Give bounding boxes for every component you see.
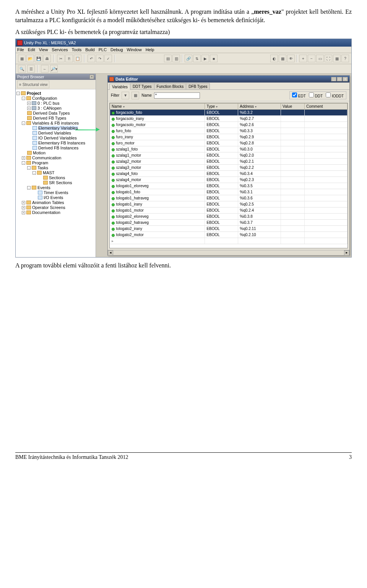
- variable-row[interactable]: tologato1_fotoEBOOL%i0.3.1: [110, 189, 348, 195]
- filter-expand-icon[interactable]: ▦: [132, 92, 139, 99]
- variable-row[interactable]: furo_motorEBOOL%q0.2.8: [110, 140, 348, 146]
- variable-row[interactable]: forgacsolo_fotoEBOOL%i0.3.2: [110, 110, 348, 116]
- data-editor-tabs[interactable]: VariablesDDT TypesFunction BlocksDFB Typ…: [108, 83, 349, 90]
- menu-tools[interactable]: Tools: [72, 47, 82, 52]
- tree-item-elementary-fb-instances[interactable]: Elementary FB Instances: [16, 141, 95, 146]
- tree-item-io-derived-variables[interactable]: IO Derived Variables: [16, 136, 95, 141]
- variables-grid[interactable]: Name▾Type▾Address▾ValueComment forgacsol…: [109, 103, 348, 248]
- variable-row[interactable]: tologato2_motorEBOOL%q0.2.10: [110, 232, 348, 238]
- check-ddt[interactable]: DDT: [309, 92, 323, 98]
- tb-nav-back[interactable]: ←: [41, 65, 49, 73]
- variable-row[interactable]: forgacsolo_motorEBOOL%q0.2.6: [110, 122, 348, 128]
- variable-row[interactable]: szalag2_motorEBOOL%q0.2.1: [110, 159, 348, 165]
- tab-ddt-types[interactable]: DDT Types: [130, 83, 154, 89]
- variable-row[interactable]: tologato1_elorevegEBOOL%i0.3.5: [110, 183, 348, 189]
- tree-item-motion[interactable]: Motion: [16, 151, 95, 156]
- tree-item-3-canopen[interactable]: +3 : CANopen: [16, 106, 95, 111]
- project-tree[interactable]: -Project-Configuration+0 : PLC bus+3 : C…: [16, 89, 96, 257]
- tree-item-sr-sections[interactable]: SR Sections: [16, 180, 95, 185]
- variable-row[interactable]: tologato1_hatravegEBOOL%i0.3.6: [110, 195, 348, 201]
- check-ioddt[interactable]: IODDT: [326, 92, 344, 98]
- tree-item-sections[interactable]: Sections: [16, 175, 95, 180]
- tb-zoom-out[interactable]: −: [308, 55, 315, 62]
- tree-item-tasks[interactable]: -Tasks: [16, 165, 95, 170]
- variable-row[interactable]: szalag4_fotoEBOOL%i0.3.4: [110, 171, 348, 177]
- col-address[interactable]: Address▾: [238, 104, 281, 110]
- menu-view[interactable]: View: [39, 47, 48, 52]
- variable-row[interactable]: szalag1_fotoEBOOL%i0.3.0: [110, 146, 348, 152]
- project-browser-toolbar[interactable]: ≡Structural view: [16, 80, 96, 89]
- tb-anim[interactable]: ◐: [270, 55, 278, 62]
- col-type[interactable]: Type▾: [205, 104, 238, 110]
- tb-redo[interactable]: ↷: [96, 55, 104, 62]
- scroll-left-button[interactable]: ◄: [108, 250, 113, 256]
- tree-item-mast[interactable]: -MAST: [16, 170, 95, 175]
- tab-dfb-types[interactable]: DFB Types: [186, 83, 210, 89]
- variable-row-empty[interactable]: ▸: [110, 238, 348, 244]
- tree-item-events[interactable]: -Events: [16, 185, 95, 190]
- tb-save[interactable]: 💾: [35, 55, 42, 62]
- grid-horizontal-scrollbar[interactable]: ◄ ►: [108, 250, 349, 255]
- tree-item-animation-tables[interactable]: +Animation Tables: [16, 200, 95, 205]
- tree-item-derived-fb-types[interactable]: Derived FB Types: [16, 116, 95, 121]
- tb-full[interactable]: ⛶: [325, 55, 332, 62]
- tree-item-i-o-events[interactable]: I/O Events: [16, 195, 95, 200]
- data-editor-titlebar[interactable]: Data Editor _ □ ×: [108, 76, 349, 83]
- de-close[interactable]: ×: [343, 77, 348, 81]
- project-browser-close[interactable]: ×: [89, 75, 94, 79]
- tree-item-0-plc-bus[interactable]: +0 : PLC bus: [16, 101, 95, 106]
- tree-item-program[interactable]: -Program: [16, 160, 95, 165]
- menu-file[interactable]: File: [17, 47, 24, 52]
- variable-row[interactable]: furo_iranyEBOOL%q0.2.9: [110, 134, 348, 140]
- de-minimize[interactable]: _: [331, 77, 336, 81]
- tree-item-communication[interactable]: +Communication: [16, 156, 95, 160]
- variable-row[interactable]: tologato2_iranyEBOOL%q0.2.11: [110, 226, 348, 232]
- variable-row[interactable]: tologato2_hatravegEBOOL%i0.3.7: [110, 220, 348, 226]
- tb-copy[interactable]: ⎘: [65, 55, 73, 62]
- tb-transfer[interactable]: ⇅: [193, 55, 201, 62]
- menu-build[interactable]: Build: [85, 47, 94, 52]
- window-titlebar[interactable]: Unity Pro XL : MERES_VA2: [16, 39, 351, 47]
- tb-undo[interactable]: ↶: [88, 55, 95, 62]
- menu-plc[interactable]: PLC: [99, 47, 107, 52]
- de-maximize[interactable]: □: [337, 77, 342, 81]
- filter-name-input[interactable]: [154, 92, 200, 99]
- tb-bookmark[interactable]: ☰: [27, 65, 35, 73]
- tab-function-blocks[interactable]: Function Blocks: [154, 83, 187, 89]
- tb-print[interactable]: 🖶: [43, 55, 51, 62]
- scroll-right-button[interactable]: ►: [344, 250, 349, 256]
- tb-fit[interactable]: ▭: [316, 55, 324, 62]
- tb-rebuild[interactable]: ▥: [172, 55, 180, 62]
- project-browser-titlebar[interactable]: Project Browser ×: [16, 74, 96, 80]
- tree-item-derived-variables[interactable]: Derived Variables: [16, 131, 95, 136]
- tb-paste[interactable]: 📋: [74, 55, 81, 62]
- tb-new[interactable]: ▦: [18, 55, 26, 62]
- tree-item-derived-fb-instances[interactable]: Derived FB Instances: [16, 146, 95, 151]
- main-toolbar[interactable]: ▦ 📂 💾 🖶 ✂ ⎘ 📋 ↶ ↷ ✓ ▤ ▥ 🔗: [16, 53, 351, 64]
- tree-root[interactable]: -Project: [16, 91, 95, 96]
- menubar[interactable]: FileEditViewServicesToolsBuildPLCDebugWi…: [16, 47, 351, 53]
- tree-item-timer-events[interactable]: Timer Events: [16, 190, 95, 195]
- tree-item-operator-screens[interactable]: +Operator Screens: [16, 205, 95, 210]
- tb-find[interactable]: 🔍: [18, 65, 26, 73]
- menu-help[interactable]: Help: [146, 47, 154, 52]
- tb-zoom-dropdown[interactable]: 🔎▾: [50, 65, 58, 73]
- tb-open[interactable]: 📂: [26, 55, 34, 62]
- tb-connect[interactable]: 🔗: [185, 55, 192, 62]
- tb-table[interactable]: ▦: [279, 55, 286, 62]
- variable-row[interactable]: tologato2_elorevegEBOOL%i0.3.8: [110, 214, 348, 220]
- variable-row[interactable]: szalag3_motorEBOOL%q0.2.2: [110, 165, 348, 171]
- tb-grid[interactable]: ▦: [333, 55, 341, 62]
- col-name[interactable]: Name▾: [110, 104, 205, 110]
- tb-validate[interactable]: ✓: [104, 55, 112, 62]
- variable-row[interactable]: szalag1_motorEBOOL%q0.2.0: [110, 152, 348, 159]
- variable-row[interactable]: furo_fotoEBOOL%i0.3.3: [110, 128, 348, 134]
- menu-services[interactable]: Services: [52, 47, 68, 52]
- tb-run[interactable]: ▶: [201, 55, 209, 62]
- tb-cut[interactable]: ✂: [57, 55, 65, 62]
- variable-row[interactable]: szalag4_motorEBOOL%q0.2.3: [110, 177, 348, 183]
- menu-edit[interactable]: Edit: [28, 47, 35, 52]
- tb-zoom-in[interactable]: +: [299, 55, 307, 62]
- tree-item-variables-fb-instances[interactable]: -Variables & FB instances: [16, 121, 95, 126]
- menu-debug[interactable]: Debug: [110, 47, 123, 52]
